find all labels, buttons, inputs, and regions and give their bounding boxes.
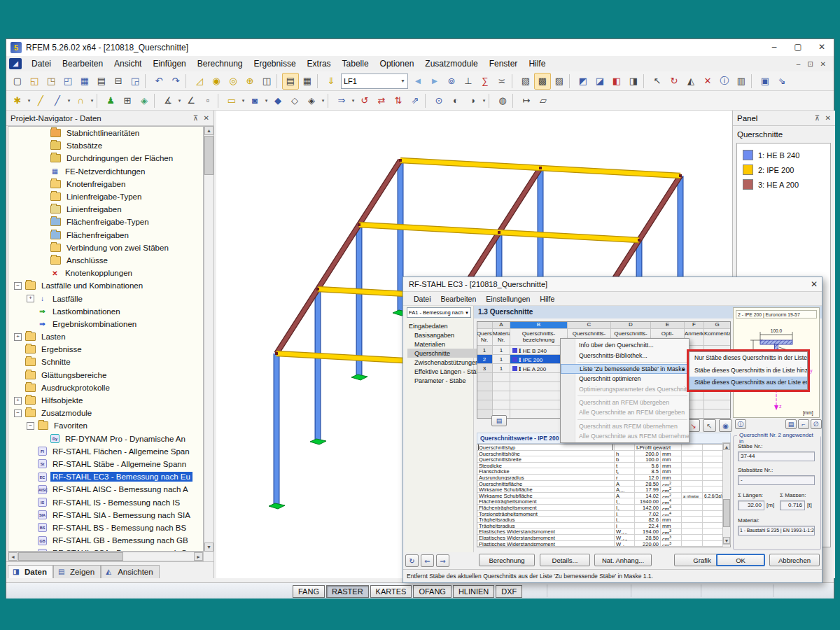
- show-tables-icon[interactable]: ▤: [282, 73, 299, 90]
- load-case-icon[interactable]: ⇓: [323, 73, 340, 90]
- nav-item-lasten[interactable]: +Lasten: [8, 330, 203, 343]
- members-field[interactable]: 37-44: [738, 451, 815, 461]
- dropdown-arrow-icon[interactable]: ▾: [66, 98, 72, 104]
- context-menu-item[interactable]: Liste 'Zu bemessende Stäbe' in Maske 1.1…: [561, 364, 689, 374]
- dialog-nav-parameter-stäbe[interactable]: Parameter - Stäbe: [407, 376, 484, 385]
- zoom-in-icon[interactable]: ◉: [208, 73, 225, 90]
- fe-mesh-icon[interactable]: ▧: [517, 73, 534, 90]
- next-mask-button[interactable]: ⇒: [436, 554, 449, 567]
- column-letter-D[interactable]: D: [611, 321, 651, 329]
- show-values-icon[interactable]: ≍: [493, 73, 510, 90]
- calculation-button[interactable]: Berechnung: [479, 554, 535, 566]
- collapse-icon[interactable]: −: [27, 422, 34, 430]
- nav-item-flächenfreigaben[interactable]: Flächenfreigaben: [8, 229, 203, 241]
- context-menu-item[interactable]: Querschnitt aus RFEM übernehmen: [561, 421, 689, 431]
- design-case-combo[interactable]: FA1 - Bemessung nach Eurocod▼: [407, 307, 471, 318]
- new-hinge-icon[interactable]: ⊞: [119, 92, 136, 109]
- scroll-thumb[interactable]: [723, 499, 730, 527]
- node-marker[interactable]: [539, 167, 542, 169]
- nav-item-linienfreigabe-typen[interactable]: Linienfreigabe-Typen: [8, 190, 203, 203]
- nav-item-stabsätze[interactable]: Stabsätze: [8, 139, 203, 152]
- new-arc-icon[interactable]: ∩: [72, 92, 89, 109]
- prev-load-case-icon[interactable]: ◄: [410, 73, 426, 90]
- menu-bearbeiten[interactable]: Bearbeiten: [57, 57, 108, 71]
- nav-item-lastkombinationen[interactable]: ⇒Lastkombinationen: [8, 305, 203, 318]
- generate-model-icon[interactable]: ◍: [494, 92, 511, 109]
- expand-icon[interactable]: +: [14, 333, 22, 341]
- delete-icon[interactable]: ✕: [699, 73, 716, 90]
- node-marker[interactable]: [638, 239, 640, 241]
- nav-item-fe-netzverdichtungen[interactable]: ▦FE-Netzverdichtungen: [8, 165, 203, 178]
- redo-icon[interactable]: ↷: [167, 73, 184, 90]
- new-member-icon[interactable]: ╱: [49, 92, 66, 109]
- guide-lines-icon[interactable]: ▫: [200, 92, 216, 109]
- scroll-thumb[interactable]: [18, 552, 123, 561]
- project-icon[interactable]: ◨: [625, 73, 642, 90]
- render-transparent-icon[interactable]: ▨: [551, 73, 568, 90]
- next-load-case-icon[interactable]: ►: [426, 73, 443, 90]
- print-icon[interactable]: ⊟: [110, 73, 127, 90]
- nav-item-rf-stahl-ec3-bemessung-nach-eu[interactable]: ECRF-STAHL EC3 - Bemessung nach Eu: [8, 470, 203, 483]
- nav-item-knotenfreigaben[interactable]: Knotenfreigaben: [8, 178, 203, 190]
- nav-item-schnitte[interactable]: Schnitte: [8, 356, 203, 368]
- national-annex-button[interactable]: Nat. Anhang...: [594, 554, 652, 566]
- dropdown-arrow-icon[interactable]: ▾: [320, 98, 326, 104]
- cancel-button[interactable]: Abbrechen: [769, 554, 820, 566]
- dialog-nav-materialien[interactable]: Materialien: [407, 340, 484, 349]
- context-menu-item[interactable]: Optimierungsparameter des Querschnitts..…: [561, 384, 689, 394]
- table-cell-mat[interactable]: 1: [493, 364, 510, 373]
- nav-item-ergebnisse[interactable]: Ergebnisse: [8, 343, 203, 356]
- render-mode-icon[interactable]: ▱: [535, 92, 552, 109]
- scroll-down-icon[interactable]: ▼: [723, 537, 730, 544]
- dialog-menu-einstellungen[interactable]: Einstellungen: [481, 293, 535, 304]
- snap-toggle-dxf[interactable]: DXF: [496, 585, 522, 598]
- new-solid-icon[interactable]: ◆: [270, 92, 286, 109]
- column-letter-F[interactable]: F: [685, 321, 704, 329]
- pick-icon[interactable]: ↖: [649, 73, 666, 90]
- collapse-icon[interactable]: −: [14, 410, 22, 417]
- node-marker[interactable]: [316, 288, 319, 290]
- nav-item-rf-stahl-flächen-allgemeine-span[interactable]: FlRF-STAHL Flächen - Allgemeine Span: [8, 445, 203, 458]
- dropdown-arrow-icon[interactable]: ▾: [89, 98, 95, 104]
- rotate-members-icon[interactable]: ↺: [356, 92, 373, 109]
- nav-item-lastfälle-und-kombinationen[interactable]: −Lastfälle und Kombinationen: [8, 279, 203, 292]
- snap-toggle-kartes[interactable]: KARTES: [370, 585, 412, 598]
- table-cell-mat[interactable]: 1: [493, 346, 510, 355]
- scroll-right-icon[interactable]: ►: [194, 552, 203, 561]
- nav-item-anschlüsse[interactable]: Anschlüsse: [8, 254, 203, 267]
- dialog-nav-effektive-längen-stäbe[interactable]: Effektive Längen - Stäbe: [407, 367, 484, 376]
- new-surface-icon[interactable]: ◈: [136, 92, 153, 109]
- new-opening-icon[interactable]: ◙: [246, 92, 263, 109]
- dialog-nav-querschnitte[interactable]: Querschnitte: [407, 349, 484, 358]
- dialog-nav-basisangaben[interactable]: Basisangaben: [407, 330, 484, 340]
- extrude-icon[interactable]: ⇗: [407, 92, 424, 109]
- node-marker[interactable]: [679, 174, 682, 177]
- nav-item-ergebniskombinationen[interactable]: ⇒Ergebniskombinationen: [8, 318, 203, 330]
- submenu-item[interactable]: Nur Stäbe dieses Querschnitts in der Lis…: [690, 352, 807, 365]
- table-cell-mat[interactable]: 1: [493, 355, 510, 364]
- empty-cell[interactable]: [477, 382, 493, 391]
- printout-report-icon[interactable]: ▥: [733, 73, 750, 90]
- new-support-icon[interactable]: ♟: [102, 92, 119, 109]
- table-cell-name[interactable]: I HE B 240: [510, 346, 568, 355]
- properties-scrollbar[interactable]: ▲ ▼: [722, 442, 731, 545]
- expand-icon[interactable]: +: [14, 397, 22, 405]
- node-marker[interactable]: [498, 231, 500, 234]
- empty-cell[interactable]: [510, 382, 568, 391]
- new-rect-surface-icon[interactable]: ▭: [223, 92, 240, 109]
- open-archive-icon[interactable]: ◳: [43, 73, 59, 90]
- comment-icon[interactable]: ∠: [183, 92, 200, 109]
- intersection-icon[interactable]: ◈: [303, 92, 320, 109]
- nav-item-verbindung-von-zwei-stäben[interactable]: Verbindung von zwei Stäben: [8, 241, 203, 254]
- scroll-up-icon[interactable]: ▲: [204, 126, 214, 135]
- empty-cell[interactable]: [477, 373, 493, 382]
- partial-view-icon[interactable]: ◐: [447, 92, 464, 109]
- nav-item-rf-stahl-sia-bemessung-nach-sia[interactable]: SIARF-STAHL SIA - Bemessung nach SIA: [8, 509, 203, 522]
- send-icon[interactable]: ⇘: [774, 73, 790, 90]
- node-marker[interactable]: [358, 223, 360, 226]
- nav-item-lastfälle[interactable]: +↓Lastfälle: [8, 292, 203, 304]
- nav-item-rf-dynam-pro-dynamische-an[interactable]: DyRF-DYNAM Pro - Dynamische An: [8, 433, 203, 445]
- dropdown-arrow-icon[interactable]: ▾: [481, 98, 487, 104]
- table-cell-nr[interactable]: 3: [477, 364, 493, 373]
- navigator-tab-ansichten[interactable]: ◭Ansichten: [101, 565, 160, 578]
